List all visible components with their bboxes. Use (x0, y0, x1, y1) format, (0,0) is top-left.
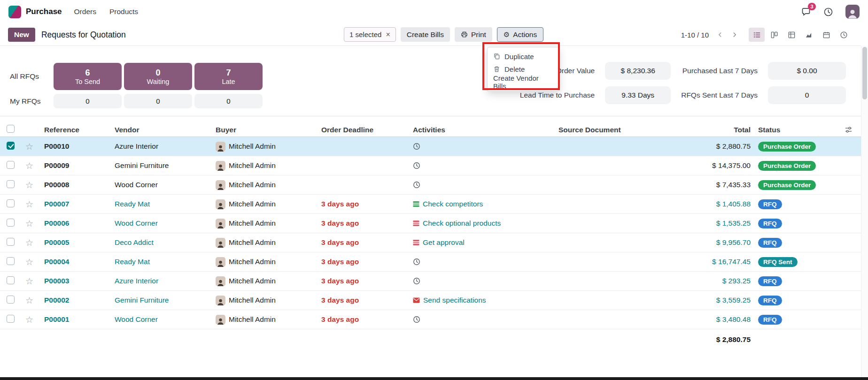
lead-time-label: Lead Time to Purchase (520, 91, 595, 99)
table-row[interactable]: ☆ P00006 Wood Corner Mitchell Admin 3 da… (0, 214, 861, 233)
kpi-late[interactable]: 7 Late (194, 63, 263, 90)
table-row[interactable]: ☆ P00003 Azure Interior Mitchell Admin 3… (0, 272, 861, 291)
buyer-name: Mitchell Admin (229, 142, 276, 151)
purchase-app-window: Purchase Orders Products 3 (0, 0, 868, 380)
avg-order-value[interactable]: $ 8,230.36 (605, 62, 671, 80)
menu-products[interactable]: Products (108, 6, 139, 18)
favorite-star-icon[interactable]: ☆ (21, 141, 41, 152)
activity-clock-icon[interactable] (413, 162, 420, 169)
optional-columns-icon[interactable] (826, 126, 861, 134)
bottom-window-edge (0, 377, 868, 380)
table-row[interactable]: ☆ P00010 Azure Interior Mitchell Admin $… (0, 137, 861, 156)
pager-next-icon[interactable] (728, 28, 741, 41)
row-checkbox[interactable] (7, 257, 15, 265)
new-button[interactable]: New (8, 28, 35, 42)
menu-item-create-vendor-bills[interactable]: Create Vendor Bills (488, 76, 559, 88)
menu-item-duplicate[interactable]: Duplicate (488, 50, 559, 63)
gear-icon: ⚙ (504, 31, 510, 38)
my-kpi-to-send[interactable]: 0 (54, 94, 122, 108)
menu-orders[interactable]: Orders (73, 6, 97, 18)
favorite-star-icon[interactable]: ☆ (21, 237, 41, 248)
activity-mail-icon[interactable] (413, 297, 420, 304)
activity-view-icon[interactable] (836, 28, 852, 42)
header-deadline[interactable]: Order Deadline (318, 126, 410, 134)
create-bills-button[interactable]: Create Bills (401, 27, 450, 42)
table-row[interactable]: ☆ P00009 Gemini Furniture Mitchell Admin… (0, 156, 861, 175)
activity-clock-icon[interactable] (413, 277, 420, 285)
status-badge: RFQ (758, 296, 782, 305)
my-kpi-late[interactable]: 0 (194, 94, 263, 108)
favorite-star-icon[interactable]: ☆ (21, 276, 41, 287)
activity-clock-icon[interactable] (413, 258, 420, 266)
vendor-cell: Ready Mat (112, 200, 213, 208)
activity-task-icon[interactable] (413, 220, 419, 227)
graph-view-icon[interactable] (801, 28, 817, 42)
scrollbar-thumb[interactable] (862, 47, 867, 99)
clear-selection-icon[interactable]: × (386, 31, 390, 38)
pager-previous-icon[interactable] (714, 28, 726, 41)
header-source[interactable]: Source Document (556, 126, 678, 134)
activity-clock-icon[interactable] (413, 316, 420, 323)
my-kpi-waiting[interactable]: 0 (124, 94, 192, 108)
header-vendor[interactable]: Vendor (112, 126, 213, 134)
activity-clock-icon[interactable] (413, 143, 420, 150)
status-badge: RFQ (758, 276, 782, 286)
header-buyer[interactable]: Buyer (213, 126, 318, 134)
reference-cell: P00004 (41, 258, 112, 266)
activity-label[interactable]: Send specifications (423, 296, 486, 304)
pager-range[interactable]: 1-10 / 10 (681, 31, 709, 39)
rfqs-sent-last-7-days[interactable]: 0 (768, 86, 846, 104)
list-view-icon[interactable] (749, 28, 765, 42)
table-row[interactable]: ☆ P00005 Deco Addict Mitchell Admin 3 da… (0, 233, 861, 252)
header-activities[interactable]: Activities (410, 126, 556, 134)
row-checkbox[interactable] (7, 238, 15, 246)
favorite-star-icon[interactable]: ☆ (21, 295, 41, 306)
favorite-star-icon[interactable]: ☆ (21, 199, 41, 210)
header-status[interactable]: Status (755, 126, 826, 134)
header-total[interactable]: Total (678, 126, 755, 134)
kpi-waiting[interactable]: 0 Waiting (124, 63, 192, 90)
user-avatar[interactable] (845, 5, 860, 19)
app-switcher[interactable]: Purchase (8, 6, 62, 18)
lead-time-value[interactable]: 9.33 Days (605, 86, 671, 104)
vertical-scrollbar[interactable] (861, 46, 868, 377)
table-row[interactable]: ☆ P00008 Wood Corner Mitchell Admin $ 7,… (0, 175, 861, 195)
buyer-avatar (216, 142, 225, 152)
favorite-star-icon[interactable]: ☆ (21, 160, 41, 171)
activities-button[interactable] (823, 7, 833, 17)
purchased-last-7-days[interactable]: $ 0.00 (768, 62, 846, 80)
copy-icon (493, 53, 500, 60)
row-checkbox[interactable] (7, 315, 15, 323)
row-checkbox[interactable] (7, 161, 15, 169)
activity-label[interactable]: Check optional products (423, 219, 501, 228)
row-checkbox[interactable] (7, 142, 15, 150)
kanban-view-icon[interactable] (766, 28, 782, 42)
header-reference[interactable]: Reference (41, 126, 112, 134)
row-checkbox[interactable] (7, 296, 15, 304)
favorite-star-icon[interactable]: ☆ (21, 218, 41, 229)
activity-label[interactable]: Get approval (423, 238, 465, 247)
favorite-star-icon[interactable]: ☆ (21, 257, 41, 267)
messages-button[interactable]: 3 (801, 7, 811, 17)
pivot-view-icon[interactable] (783, 28, 799, 42)
kpi-to-send[interactable]: 6 To Send (54, 63, 122, 90)
table-row[interactable]: ☆ P00007 Ready Mat Mitchell Admin 3 days… (0, 195, 861, 214)
activity-task-icon[interactable] (413, 201, 419, 207)
row-checkbox[interactable] (7, 219, 15, 227)
favorite-star-icon[interactable]: ☆ (21, 180, 41, 190)
calendar-view-icon[interactable] (818, 28, 834, 42)
actions-button[interactable]: ⚙ Actions (497, 27, 543, 42)
row-checkbox[interactable] (7, 199, 15, 207)
row-checkbox[interactable] (7, 276, 15, 284)
print-button[interactable]: Print (455, 27, 492, 42)
favorite-star-icon[interactable]: ☆ (21, 314, 41, 325)
activity-task-icon[interactable] (413, 239, 419, 246)
select-all-checkbox[interactable] (7, 125, 15, 133)
activity-clock-icon[interactable] (413, 181, 420, 189)
activity-label[interactable]: Check competitors (423, 200, 483, 208)
table-row[interactable]: ☆ P00002 Gemini Furniture Mitchell Admin… (0, 291, 861, 310)
table-row[interactable]: ☆ P00001 Wood Corner Mitchell Admin 3 da… (0, 310, 861, 329)
table-row[interactable]: ☆ P00004 Ready Mat Mitchell Admin 3 days… (0, 252, 861, 272)
app-name: Purchase (26, 7, 62, 16)
row-checkbox[interactable] (7, 180, 15, 188)
